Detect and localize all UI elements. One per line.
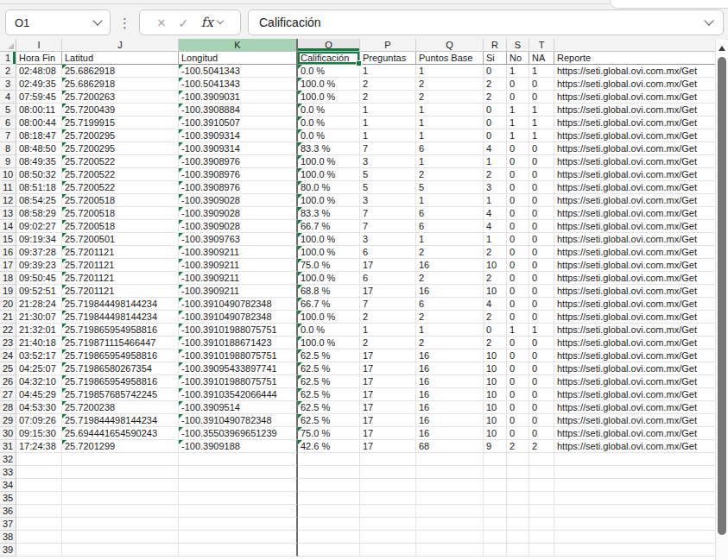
cell[interactable]: 9 xyxy=(484,440,507,453)
cell[interactable]: 100.0 % xyxy=(298,246,360,259)
cell[interactable]: -100.39101988075751 xyxy=(179,324,298,337)
cell[interactable] xyxy=(416,518,484,531)
cell[interactable]: 2 xyxy=(529,440,554,453)
cell[interactable]: Reporte xyxy=(554,52,728,65)
cell[interactable]: No xyxy=(507,52,529,65)
cell[interactable]: 0 xyxy=(484,116,507,129)
cell[interactable]: 21:32:01 xyxy=(16,324,62,337)
cell[interactable]: 0 xyxy=(507,349,529,362)
row-header-16[interactable]: 16 xyxy=(0,246,16,259)
cell[interactable]: 5 xyxy=(360,181,416,194)
row-header-17[interactable]: 17 xyxy=(0,259,16,272)
kebab-divider-icon[interactable]: ⋮ xyxy=(117,16,132,29)
cell[interactable] xyxy=(16,518,62,531)
row-header-1[interactable]: 1 xyxy=(0,52,16,65)
cell[interactable]: 68 xyxy=(416,440,484,453)
cell[interactable]: 02:49:35 xyxy=(16,78,62,91)
cell[interactable]: 0 xyxy=(529,349,554,362)
cell[interactable]: 17 xyxy=(360,285,416,298)
cell[interactable]: https://seti.global.ovi.com.mx/Get xyxy=(554,129,728,142)
column-header-Q[interactable]: Q xyxy=(416,39,484,52)
cell[interactable]: 16 xyxy=(416,362,484,375)
cell[interactable]: 25.7201299 xyxy=(62,440,179,453)
cell[interactable]: 1 xyxy=(507,104,529,116)
cell[interactable]: 0 xyxy=(529,246,554,259)
cell[interactable] xyxy=(484,544,507,557)
cell[interactable] xyxy=(16,466,62,479)
cell[interactable]: -100.5041343 xyxy=(179,65,298,78)
row-header-12[interactable]: 12 xyxy=(0,194,16,207)
cell[interactable]: 3 xyxy=(360,233,416,246)
cell[interactable]: -100.39101988075751 xyxy=(179,349,298,362)
cell[interactable]: 62.5 % xyxy=(298,414,360,427)
cell[interactable]: -100.39095433897741 xyxy=(179,362,298,375)
cell[interactable] xyxy=(507,544,529,557)
expand-formula-bar-icon[interactable] xyxy=(704,16,713,25)
cell[interactable] xyxy=(179,544,298,557)
cell[interactable]: 5 xyxy=(416,181,484,194)
cell[interactable] xyxy=(529,466,554,479)
cell[interactable] xyxy=(16,492,62,505)
cell[interactable]: 0 xyxy=(529,388,554,401)
row-header-24[interactable]: 24 xyxy=(0,349,16,362)
cell[interactable]: 09:52:51 xyxy=(16,285,62,298)
cell[interactable] xyxy=(529,453,554,466)
cell[interactable]: 0 xyxy=(507,168,529,181)
cell[interactable] xyxy=(416,479,484,492)
row-header-20[interactable]: 20 xyxy=(0,298,16,311)
cell[interactable]: 16 xyxy=(416,375,484,388)
cell[interactable]: 0 xyxy=(507,401,529,414)
cell[interactable]: 25.71986580267354 xyxy=(62,362,179,375)
cell[interactable]: 1 xyxy=(416,129,484,142)
row-header-27[interactable]: 27 xyxy=(0,388,16,401)
row-header-29[interactable]: 29 xyxy=(0,414,16,427)
cell[interactable]: 0.0 % xyxy=(298,324,360,337)
cell[interactable]: 25.694441654590243 xyxy=(62,427,179,440)
cell[interactable]: 0 xyxy=(507,220,529,233)
row-header-39[interactable]: 39 xyxy=(0,544,16,557)
cell[interactable]: https://seti.global.ovi.com.mx/Get xyxy=(554,362,728,375)
cell[interactable]: -100.3910490782348 xyxy=(179,311,298,324)
cell[interactable] xyxy=(484,479,507,492)
cell[interactable]: 25.719844498144234 xyxy=(62,311,179,324)
row-header-4[interactable]: 4 xyxy=(0,91,16,104)
cell[interactable] xyxy=(360,479,416,492)
cell[interactable]: 09:15:30 xyxy=(16,427,62,440)
cell[interactable]: 10 xyxy=(484,427,507,440)
cell[interactable]: 25.7201121 xyxy=(62,272,179,285)
column-header-J[interactable]: J xyxy=(62,39,179,52)
cell[interactable]: 2 xyxy=(416,272,484,285)
cell[interactable] xyxy=(62,466,179,479)
cell[interactable]: 16 xyxy=(416,414,484,427)
cancel-icon[interactable]: × xyxy=(157,16,166,30)
cell[interactable]: 0.0 % xyxy=(298,104,360,116)
cell[interactable] xyxy=(507,453,529,466)
cell[interactable]: 62.5 % xyxy=(298,349,360,362)
row-header-26[interactable]: 26 xyxy=(0,375,16,388)
cell[interactable]: 0 xyxy=(529,337,554,349)
cell[interactable]: 1 xyxy=(507,116,529,129)
cell[interactable]: 2 xyxy=(416,311,484,324)
cell[interactable]: -100.3910490782348 xyxy=(179,298,298,311)
cell[interactable]: 7 xyxy=(360,207,416,220)
cell[interactable]: 08:00:11 xyxy=(16,104,62,116)
cell[interactable]: 25.7200295 xyxy=(62,142,179,155)
cell[interactable]: 17 xyxy=(360,259,416,272)
cell[interactable]: 25.7200501 xyxy=(62,233,179,246)
cell[interactable]: 66.7 % xyxy=(298,220,360,233)
cell[interactable]: 0 xyxy=(529,142,554,155)
cell[interactable]: 21:30:07 xyxy=(16,311,62,324)
cell[interactable] xyxy=(484,518,507,531)
cell[interactable] xyxy=(507,492,529,505)
row-header-14[interactable]: 14 xyxy=(0,220,16,233)
column-header-K[interactable]: K xyxy=(179,39,298,52)
row-header-13[interactable]: 13 xyxy=(0,207,16,220)
cell[interactable]: 0 xyxy=(484,104,507,116)
cell[interactable]: 1 xyxy=(529,324,554,337)
column-header-R[interactable]: R xyxy=(484,39,507,52)
row-header-3[interactable]: 3 xyxy=(0,78,16,91)
cell[interactable]: 0 xyxy=(507,155,529,168)
cell[interactable]: https://seti.global.ovi.com.mx/Get xyxy=(554,116,728,129)
cell[interactable] xyxy=(16,453,62,466)
cell[interactable]: -100.3909031 xyxy=(179,91,298,104)
